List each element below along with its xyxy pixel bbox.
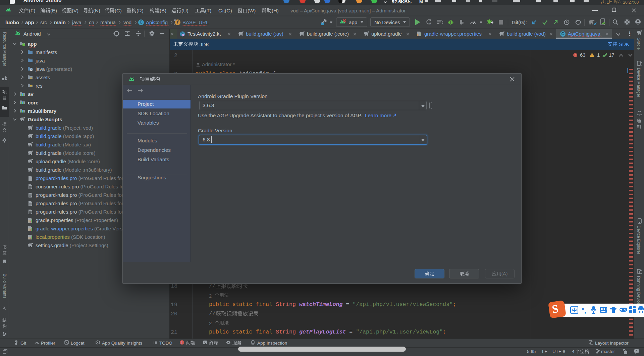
svg-text:A: A [429,22,431,25]
